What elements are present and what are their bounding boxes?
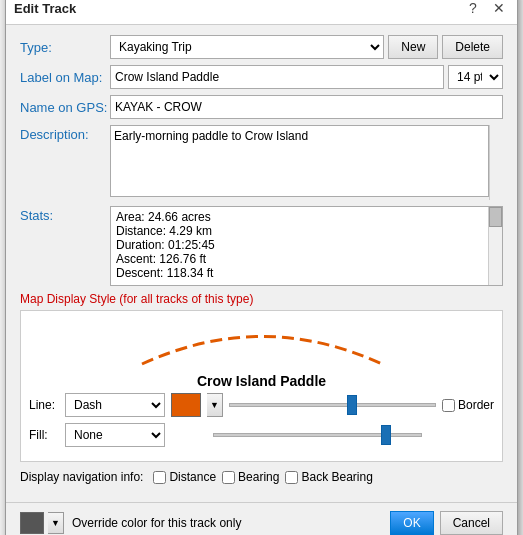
line-slider[interactable] xyxy=(229,397,436,413)
stats-line-2: Distance: 4.29 km xyxy=(116,224,497,238)
bearing-label: Bearing xyxy=(238,470,279,484)
map-display-title: Crow Island Paddle xyxy=(29,373,494,389)
fill-slider[interactable] xyxy=(213,427,422,443)
line-style-dropdown[interactable]: Solid Dash Dot Dash Dot xyxy=(65,393,165,417)
pt-size-dropdown[interactable]: 8 pt 10 pt 12 pt 14 pt 16 pt 18 pt xyxy=(448,65,503,89)
arc-svg xyxy=(132,319,392,369)
stats-scrollbar[interactable] xyxy=(488,207,502,285)
close-button[interactable]: ✕ xyxy=(489,0,509,18)
line-color-dropdown-btn[interactable]: ▼ xyxy=(207,393,223,417)
fill-label: Fill: xyxy=(29,428,59,442)
fill-slider-container xyxy=(213,427,422,443)
bottom-left: ▼ Override color for this track only xyxy=(20,512,241,534)
distance-check-label: Distance xyxy=(153,470,216,484)
type-controls: Kayaking Trip Hiking Trail Biking Route … xyxy=(110,35,503,59)
label-on-map-input[interactable] xyxy=(110,65,444,89)
gps-name-input[interactable] xyxy=(110,95,503,119)
override-color-label: Override color for this track only xyxy=(72,516,241,530)
bottom-right: OK Cancel xyxy=(390,511,503,535)
help-button[interactable]: ? xyxy=(463,0,483,18)
stats-label: Stats: xyxy=(20,206,110,223)
delete-button[interactable]: Delete xyxy=(442,35,503,59)
type-row: Type: Kayaking Trip Hiking Trail Biking … xyxy=(20,35,503,59)
bottom-bar: ▼ Override color for this track only OK … xyxy=(6,502,517,535)
stats-scrollbar-thumb xyxy=(489,207,502,227)
dialog-title: Edit Track xyxy=(14,1,76,16)
bearing-checkbox[interactable] xyxy=(222,471,235,484)
description-textarea[interactable]: Early-morning paddle to Crow Island xyxy=(110,125,489,197)
border-check-label: Border xyxy=(442,398,494,412)
fill-style-dropdown[interactable]: None Solid Hatch xyxy=(65,423,165,447)
stats-line-5: Descent: 118.34 ft xyxy=(116,266,497,280)
description-row: Description: Early-morning paddle to Cro… xyxy=(20,125,503,200)
back-bearing-label: Back Bearing xyxy=(301,470,372,484)
border-checkbox[interactable] xyxy=(442,399,455,412)
line-label: Line: xyxy=(29,398,59,412)
description-label: Description: xyxy=(20,125,110,142)
stats-box: Area: 24.66 acres Distance: 4.29 km Dura… xyxy=(110,206,503,286)
stats-line-4: Ascent: 126.76 ft xyxy=(116,252,497,266)
line-row: Line: Solid Dash Dot Dash Dot ▼ Border xyxy=(29,393,494,417)
override-color-dropdown-btn[interactable]: ▼ xyxy=(48,512,64,534)
label-row: Label on Map: 8 pt 10 pt 12 pt 14 pt 16 … xyxy=(20,65,503,89)
title-bar: Edit Track ? ✕ xyxy=(6,0,517,25)
dialog-content: Type: Kayaking Trip Hiking Trail Biking … xyxy=(6,25,517,502)
map-display-section: Crow Island Paddle Line: Solid Dash Dot … xyxy=(20,310,503,462)
stats-line-3: Duration: 01:25:45 xyxy=(116,238,497,252)
map-display-section-label: Map Display Style (for all tracks of thi… xyxy=(20,292,503,306)
description-scrollbar[interactable] xyxy=(489,125,503,200)
cancel-button[interactable]: Cancel xyxy=(440,511,503,535)
back-bearing-checkbox[interactable] xyxy=(285,471,298,484)
line-color-swatch[interactable] xyxy=(171,393,201,417)
label-on-map-label: Label on Map: xyxy=(20,70,110,85)
fill-row: Fill: None Solid Hatch xyxy=(29,423,494,447)
title-bar-controls: ? ✕ xyxy=(463,0,509,18)
map-display-arc xyxy=(29,319,494,369)
stats-row: Stats: Area: 24.66 acres Distance: 4.29 … xyxy=(20,206,503,286)
border-label: Border xyxy=(458,398,494,412)
label-controls: 8 pt 10 pt 12 pt 14 pt 16 pt 18 pt xyxy=(110,65,503,89)
gps-controls xyxy=(110,95,503,119)
new-button[interactable]: New xyxy=(388,35,438,59)
type-dropdown[interactable]: Kayaking Trip Hiking Trail Biking Route xyxy=(110,35,384,59)
nav-info-label: Display navigation info: xyxy=(20,470,143,484)
ok-button[interactable]: OK xyxy=(390,511,433,535)
type-label: Type: xyxy=(20,40,110,55)
description-container: Early-morning paddle to Crow Island xyxy=(110,125,503,200)
override-color-swatch[interactable] xyxy=(20,512,44,534)
back-bearing-check-label: Back Bearing xyxy=(285,470,372,484)
stats-line-1: Area: 24.66 acres xyxy=(116,210,497,224)
line-slider-container xyxy=(229,397,436,413)
bearing-check-label: Bearing xyxy=(222,470,279,484)
distance-label: Distance xyxy=(169,470,216,484)
nav-info-row: Display navigation info: Distance Bearin… xyxy=(20,470,503,484)
gps-name-label: Name on GPS: xyxy=(20,100,110,115)
edit-track-dialog: Edit Track ? ✕ Type: Kayaking Trip Hikin… xyxy=(5,0,518,535)
distance-checkbox[interactable] xyxy=(153,471,166,484)
gps-name-row: Name on GPS: xyxy=(20,95,503,119)
